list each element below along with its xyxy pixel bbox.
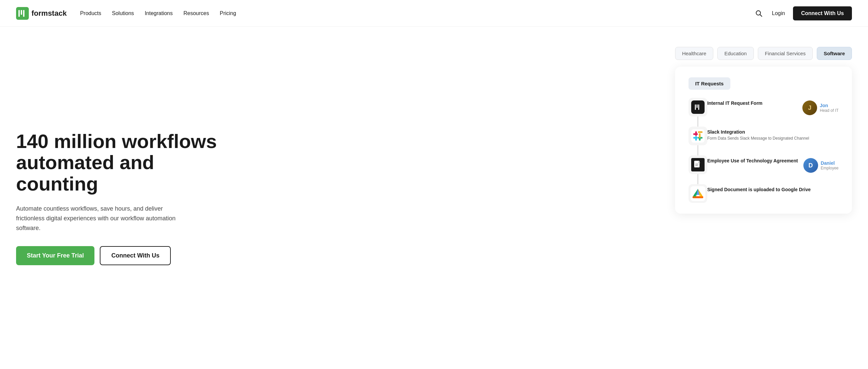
nav-pricing[interactable]: Pricing: [220, 10, 236, 17]
start-trial-button[interactable]: Start Your Free Trial: [16, 246, 94, 265]
step-4-content: Signed Document is uploaded to Google Dr…: [707, 184, 839, 193]
step-2-content: Slack Integration Form Data Sends Slack …: [707, 127, 839, 141]
step-3-person: D Daniel Employee: [803, 155, 839, 173]
daniel-name: Daniel: [821, 160, 839, 166]
svg-rect-10: [691, 129, 705, 143]
step-2-title: Slack Integration: [707, 129, 839, 134]
hero-buttons: Start Your Free Trial Connect With Us: [16, 246, 217, 265]
svg-rect-21: [695, 165, 698, 166]
navbar: formstack Products Solutions Integration…: [0, 0, 868, 27]
connect-with-us-button[interactable]: Connect With Us: [100, 246, 171, 265]
hero-section: 140 million workflows automated and coun…: [16, 47, 217, 342]
workflow-step-2: Slack Integration Form Data Sends Slack …: [688, 127, 839, 155]
step-2-icon: [688, 127, 707, 145]
svg-rect-3: [23, 10, 25, 17]
svg-rect-20: [695, 164, 699, 164]
tab-healthcare[interactable]: Healthcare: [675, 47, 714, 60]
login-link[interactable]: Login: [772, 10, 785, 17]
tab-software[interactable]: Software: [817, 47, 852, 60]
hero-headline: 140 million workflows automated and coun…: [16, 131, 217, 194]
svg-rect-29: [692, 196, 703, 198]
workflow-step-4: Signed Document is uploaded to Google Dr…: [688, 184, 839, 203]
step-1-person: J Jon Head of IT: [802, 98, 839, 115]
jon-role: Head of IT: [820, 108, 839, 113]
search-button[interactable]: [754, 8, 764, 19]
svg-rect-16: [695, 136, 697, 141]
svg-rect-2: [21, 10, 22, 15]
nav-connect-button[interactable]: Connect With Us: [793, 6, 852, 21]
step-4-icon: [688, 184, 707, 203]
workflow-title: IT Requests: [688, 78, 731, 90]
step-1-icon: [688, 98, 707, 117]
workflow-step-3: Employee Use of Technology Agreement D D…: [688, 155, 839, 184]
tab-education[interactable]: Education: [717, 47, 754, 60]
connector-2: [698, 145, 698, 155]
nav-resources[interactable]: Resources: [184, 10, 209, 17]
connector-1: [698, 117, 698, 127]
formstack-logo-icon: [16, 7, 29, 20]
google-drive-icon: [690, 186, 705, 201]
main-content: 140 million workflows automated and coun…: [0, 27, 868, 369]
document-icon: [693, 160, 702, 169]
svg-rect-9: [698, 104, 699, 110]
connector-3: [698, 174, 698, 184]
step-1-title: Internal IT Request Form: [707, 100, 797, 106]
jon-name: Jon: [820, 103, 839, 108]
svg-rect-12: [693, 133, 698, 135]
nav-right: Login Connect With Us: [754, 6, 852, 21]
step-3-icon: [688, 155, 707, 174]
svg-rect-1: [19, 10, 20, 17]
hero-right-panel: Healthcare Education Financial Services …: [237, 47, 852, 342]
tab-financial-services[interactable]: Financial Services: [758, 47, 813, 60]
nav-links: Products Solutions Integrations Resource…: [80, 10, 754, 17]
jon-avatar: J: [802, 100, 817, 115]
step-3-title: Employee Use of Technology Agreement: [707, 158, 798, 163]
svg-rect-6: [693, 102, 703, 112]
svg-rect-7: [695, 104, 696, 110]
step-1-content: Internal IT Request Form: [707, 98, 797, 114]
svg-rect-8: [696, 104, 698, 108]
svg-rect-0: [16, 7, 29, 20]
svg-rect-18: [699, 133, 701, 138]
step-2-desc: Form Data Sends Slack Message to Designa…: [707, 135, 839, 141]
svg-line-5: [760, 14, 762, 17]
slack-icon: [691, 129, 705, 143]
search-icon: [755, 10, 763, 17]
nav-products[interactable]: Products: [80, 10, 101, 17]
step-4-title: Signed Document is uploaded to Google Dr…: [707, 187, 839, 192]
svg-rect-17: [698, 131, 703, 133]
hero-subtext: Automate countless workflows, save hours…: [16, 204, 190, 233]
industry-tabs: Healthcare Education Financial Services …: [237, 47, 852, 60]
jon-info: Jon Head of IT: [820, 103, 839, 113]
workflow-diagram: IT Requests: [675, 67, 852, 214]
nav-integrations[interactable]: Integrations: [145, 10, 173, 17]
workflow-step-1: Internal IT Request Form J Jon Head of I…: [688, 98, 839, 127]
daniel-avatar: D: [803, 158, 818, 173]
logo-text: formstack: [31, 9, 67, 18]
step-3-content: Employee Use of Technology Agreement: [707, 155, 798, 171]
logo-link[interactable]: formstack: [16, 7, 67, 20]
formstack-step-icon: [693, 102, 703, 112]
daniel-role: Employee: [821, 166, 839, 171]
workflow-steps: Internal IT Request Form J Jon Head of I…: [688, 98, 839, 203]
daniel-info: Daniel Employee: [821, 160, 839, 171]
nav-solutions[interactable]: Solutions: [112, 10, 134, 17]
